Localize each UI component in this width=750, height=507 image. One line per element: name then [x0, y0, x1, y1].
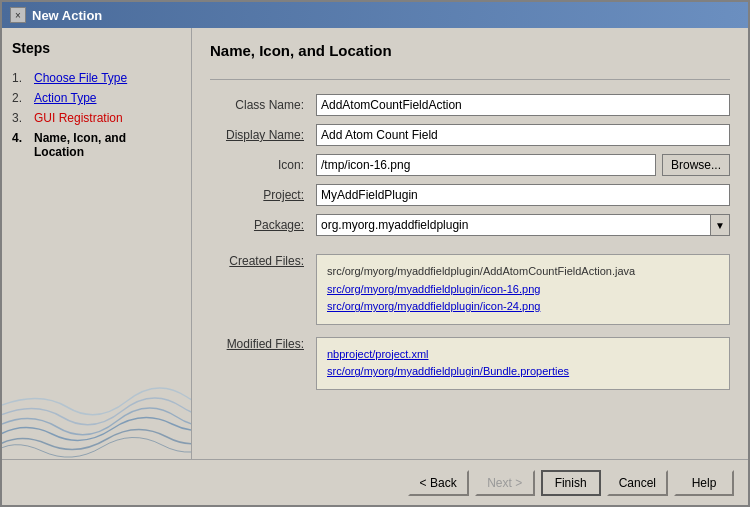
sidebar-item-action-type[interactable]: 2. Action Type — [12, 88, 181, 108]
modified-files-box: nbproject/project.xml src/org/myorg/myad… — [316, 337, 730, 390]
content-area: Steps 1. Choose File Type 2. Action Type… — [2, 28, 748, 459]
steps-list: 1. Choose File Type 2. Action Type 3. GU… — [12, 68, 181, 162]
sidebar-item-gui-registration[interactable]: 3. GUI Registration — [12, 108, 181, 128]
project-label: Project: — [210, 188, 310, 202]
step-label-1[interactable]: Choose File Type — [34, 71, 127, 85]
package-label: Package: — [210, 218, 310, 232]
class-name-label: Class Name: — [210, 98, 310, 112]
finish-button[interactable]: Finish — [541, 470, 601, 496]
icon-input[interactable] — [316, 154, 656, 176]
package-dropdown-button[interactable]: ▼ — [710, 214, 730, 236]
bottom-bar: < Back Next > Finish Cancel Help — [2, 459, 748, 505]
next-button[interactable]: Next > — [475, 470, 535, 496]
step-label-3[interactable]: GUI Registration — [34, 111, 123, 125]
window-title: New Action — [32, 8, 102, 23]
cancel-button[interactable]: Cancel — [607, 470, 668, 496]
package-input[interactable] — [316, 214, 710, 236]
icon-label: Icon: — [210, 158, 310, 172]
sidebar: Steps 1. Choose File Type 2. Action Type… — [2, 28, 192, 459]
waves-svg — [2, 359, 192, 459]
created-file-3[interactable]: src/org/myorg/myaddfieldplugin/icon-24.p… — [327, 298, 719, 316]
main-panel: Name, Icon, and Location Class Name: Dis… — [192, 28, 748, 459]
sidebar-waves — [2, 359, 191, 459]
step-num-1: 1. — [12, 71, 30, 85]
sidebar-item-choose-file-type[interactable]: 1. Choose File Type — [12, 68, 181, 88]
created-file-1: src/org/myorg/myaddfieldplugin/AddAtomCo… — [327, 263, 719, 281]
title-bar: × New Action — [2, 2, 748, 28]
window: × New Action Steps 1. Choose File Type 2… — [0, 0, 750, 507]
class-name-input[interactable] — [316, 94, 730, 116]
step-num-3: 3. — [12, 111, 30, 125]
package-row: ▼ — [316, 214, 730, 236]
step-num-2: 2. — [12, 91, 30, 105]
display-name-label: Display Name: — [210, 128, 310, 142]
close-button[interactable]: × — [10, 7, 26, 23]
step-num-4: 4. — [12, 131, 30, 145]
back-button[interactable]: < Back — [408, 470, 469, 496]
created-files-box: src/org/myorg/myaddfieldplugin/AddAtomCo… — [316, 254, 730, 325]
files-section: Created Files: src/org/myorg/myaddfieldp… — [210, 252, 730, 390]
form: Class Name: Display Name: Icon: Browse..… — [210, 94, 730, 236]
step-label-2[interactable]: Action Type — [34, 91, 96, 105]
icon-row: Browse... — [316, 154, 730, 176]
help-button[interactable]: Help — [674, 470, 734, 496]
modified-files-label: Modified Files: — [210, 335, 310, 390]
section-title: Name, Icon, and Location — [210, 42, 730, 59]
sidebar-item-name-icon-location: 4. Name, Icon, andLocation — [12, 128, 181, 162]
project-input[interactable] — [316, 184, 730, 206]
modified-file-1[interactable]: nbproject/project.xml — [327, 346, 719, 364]
display-name-input[interactable] — [316, 124, 730, 146]
modified-file-2[interactable]: src/org/myorg/myaddfieldplugin/Bundle.pr… — [327, 363, 719, 381]
created-files-label: Created Files: — [210, 252, 310, 325]
sidebar-title: Steps — [12, 40, 181, 56]
created-file-2[interactable]: src/org/myorg/myaddfieldplugin/icon-16.p… — [327, 281, 719, 299]
section-divider — [210, 79, 730, 80]
step-label-4: Name, Icon, andLocation — [34, 131, 126, 159]
close-icon: × — [15, 10, 21, 21]
browse-button[interactable]: Browse... — [662, 154, 730, 176]
